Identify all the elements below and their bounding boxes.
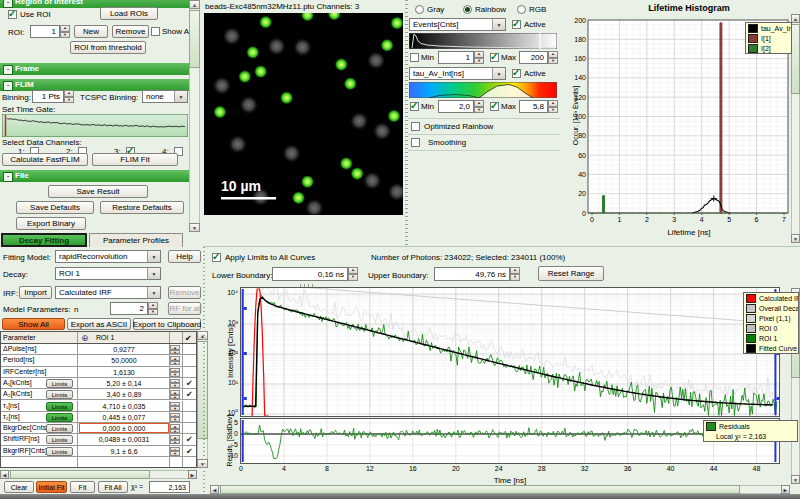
right-scroll-thumb[interactable] [791,24,800,94]
n-spinner[interactable]: ▲▼ [148,302,158,315]
param-value[interactable]: 3,40 ± 0,89 [79,389,169,400]
channel2-min-checkbox[interactable] [410,102,419,111]
scroll-down-icon[interactable]: ▼ [791,475,800,484]
scroll-right-icon[interactable]: ▶ [781,485,790,494]
param-value[interactable]: 4,710 ± 0,035 [79,401,169,412]
help-button[interactable]: Help [168,250,201,263]
irf-select[interactable]: Calculated IRF ▼ [55,286,161,299]
globe-icon[interactable]: ⊕ [81,333,89,343]
chann2-min-spinner[interactable]: ▲▼ [474,100,484,113]
param-value[interactable]: 5,20 ± 0,14 [79,378,169,389]
left-panel-scroll-thumb[interactable] [189,10,200,68]
fit-all-button[interactable]: Fit All [98,481,128,493]
scroll-down-icon[interactable]: ▼ [189,223,200,232]
chevron-down-icon[interactable]: ▼ [174,91,187,102]
chevron-down-icon[interactable]: ▼ [492,68,505,79]
load-rois-button[interactable]: Load ROIs [100,7,158,20]
param-spinner[interactable]: ▲▼ [170,447,180,456]
panel-splitter[interactable] [405,0,408,246]
tcspc-binning-select[interactable]: none ▼ [142,90,188,103]
check-icon[interactable]: ✔ [186,390,193,399]
chevron-down-icon[interactable]: ▼ [147,251,160,262]
irf-import-button[interactable]: Import [19,286,52,299]
limits-button[interactable]: Limits [46,435,73,444]
param-value[interactable]: 0,9277 [79,344,169,355]
export-ascii-button[interactable]: Export as ASCII [67,318,131,330]
scroll-up-icon[interactable]: ▲ [189,0,200,9]
scroll-right-icon[interactable]: ▶ [188,470,197,479]
check-icon[interactable]: ✔ [186,447,193,456]
intensity-gradient-bar[interactable] [409,33,557,49]
param-spinner[interactable]: ▲▼ [170,413,180,422]
table-hscroll-thumb[interactable] [10,470,150,479]
show-all-checkbox[interactable] [151,27,160,36]
param-value[interactable]: 0,000 ± 0,000 [79,423,169,433]
flim-image[interactable]: 10 µm [204,13,403,215]
limits-button[interactable]: Limits [46,447,73,456]
remove-roi-button[interactable]: Remove [112,25,149,38]
param-spinner[interactable]: ▲▼ [170,390,180,399]
channel2-max-field[interactable]: 5,8 [519,100,548,113]
roi-number-field[interactable]: 1 [30,25,60,38]
channel2-active-checkbox[interactable] [512,69,521,78]
export-binary-button[interactable]: Export Binary [16,217,86,230]
radio-gray[interactable] [415,5,424,14]
param-spinner[interactable]: ▲▼ [170,402,180,411]
channel2-max-checkbox[interactable] [490,102,499,111]
limits-button[interactable]: Limits [46,379,73,388]
binning-field[interactable]: 1 Pts [32,90,64,103]
chevron-down-icon[interactable]: ▼ [147,287,160,298]
channel1-max-checkbox[interactable] [490,53,499,62]
param-spinner[interactable]: ▲▼ [170,368,180,377]
param-spinner[interactable]: ▲▼ [170,356,180,365]
chevron-down-icon[interactable]: ▼ [492,19,505,30]
roi-from-threshold-button[interactable]: ROI from threshold [70,41,146,54]
clear-button[interactable]: Clear [4,481,34,493]
check-icon[interactable]: ✔ [186,435,193,444]
param-spinner[interactable]: ▲▼ [170,424,180,433]
scroll-up-icon[interactable]: ▲ [791,14,800,23]
collapse-icon[interactable]: - [3,172,13,182]
channel2-select[interactable]: tau_Av_Int[ns] ▼ [409,67,506,80]
decay-select[interactable]: ROI 1 ▼ [55,267,161,280]
fitting-model-select[interactable]: rapidReconvolution ▼ [55,250,161,263]
calculate-fastflim-button[interactable]: Calculate FastFLIM [2,153,88,166]
flim-fit-button[interactable]: FLIM Fit [92,153,178,166]
radio-rgb[interactable] [517,5,526,14]
restore-defaults-button[interactable]: Restore Defaults [100,201,184,214]
channel1-max-spinner[interactable]: ▲▼ [548,51,558,64]
export-clipboard-button[interactable]: Export to Clipboard [133,318,201,330]
channel1-min-checkbox[interactable] [410,53,419,62]
param-value[interactable]: 0,0489 ± 0,0031 [79,434,169,445]
param-value[interactable]: 9,1 ± 6,6 [79,446,169,457]
channel1-max-field[interactable]: 200 [519,51,548,64]
param-value[interactable]: 0,445 ± 0,077 [79,412,169,423]
collapse-icon[interactable]: - [3,65,13,75]
decay-plot[interactable] [240,287,780,417]
scroll-left-icon[interactable]: ◀ [0,470,9,479]
param-value[interactable]: 1,6130 [79,367,169,378]
tab-decay-fitting[interactable]: Decay Fitting [1,233,87,247]
lower-boundary-spinner[interactable]: ▲▼ [348,267,358,281]
limits-button[interactable]: Limits [46,424,73,433]
collapse-icon[interactable]: - [3,81,13,91]
channel2-min-field[interactable]: 2,0 [438,100,474,113]
scroll-left-icon[interactable]: ◀ [210,485,219,494]
use-roi-checkbox[interactable] [8,10,17,19]
save-result-button[interactable]: Save Result [48,185,148,198]
channel1-min-field[interactable]: 1 [438,51,474,64]
irf-for-all-button[interactable]: IRF for all [168,302,201,315]
apply-limits-checkbox[interactable] [212,253,221,262]
channel1-select[interactable]: Events[Cnts] ▼ [409,18,506,31]
param-spinner[interactable]: ▲▼ [170,379,180,388]
show-all-button[interactable]: Show All [2,318,65,330]
radio-rainbow[interactable] [463,5,472,14]
smoothing-checkbox[interactable] [411,138,420,147]
check-icon[interactable]: ✔ [186,379,193,388]
param-value[interactable]: 50,0000 [79,355,169,366]
limits-button[interactable]: Limits [46,413,73,422]
upper-boundary-field[interactable]: 49,76 ns [434,267,510,281]
channel1-min-spinner[interactable]: ▲▼ [474,51,484,64]
section-header-file[interactable]: - File [0,170,200,182]
channel2-max-spinner[interactable]: ▲▼ [548,100,558,113]
